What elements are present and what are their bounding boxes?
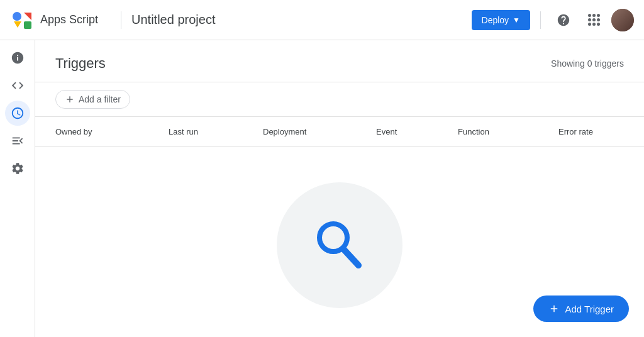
app-name-label: Apps Script xyxy=(40,13,98,26)
col-error-rate: Error rate xyxy=(558,122,640,141)
sidebar-item-executions[interactable] xyxy=(5,128,30,153)
project-name-label: Untitled project xyxy=(131,13,471,27)
body-layout: Triggers Showing 0 triggers Add a filter… xyxy=(0,40,644,337)
col-owned-by: Owned by xyxy=(55,122,169,141)
sidebar-item-overview[interactable] xyxy=(5,45,30,70)
showing-count: Showing 0 triggers xyxy=(551,58,624,69)
apps-grid-button[interactable] xyxy=(581,8,606,33)
header-divider-2 xyxy=(540,11,541,29)
code-icon xyxy=(11,79,25,92)
svg-line-4 xyxy=(343,249,358,265)
apps-grid-icon xyxy=(588,14,600,26)
user-avatar[interactable] xyxy=(611,9,634,31)
deploy-button[interactable]: Deploy ▼ xyxy=(472,10,530,30)
apps-script-logo-icon xyxy=(10,8,35,33)
table-header: Owned by Last run Deployment Event Funct… xyxy=(35,117,644,147)
add-filter-label: Add a filter xyxy=(79,94,121,104)
sidebar-item-settings[interactable] xyxy=(5,156,30,181)
clock-icon xyxy=(11,106,25,120)
plus-icon xyxy=(65,94,75,104)
col-deployment: Deployment xyxy=(263,122,376,141)
col-event: Event xyxy=(376,122,458,141)
main-content: Triggers Showing 0 triggers Add a filter… xyxy=(35,40,644,337)
sidebar-item-triggers[interactable] xyxy=(5,101,30,126)
deploy-label: Deploy xyxy=(482,15,509,25)
col-last-run: Last run xyxy=(169,122,263,141)
sidebar xyxy=(0,40,35,337)
header-divider xyxy=(121,11,121,29)
empty-state: Add Trigger xyxy=(35,147,644,337)
help-button[interactable] xyxy=(551,8,576,33)
logo-area: Apps Script xyxy=(10,8,98,33)
help-icon xyxy=(557,13,570,27)
settings-icon xyxy=(11,162,25,175)
add-trigger-button[interactable]: Add Trigger xyxy=(533,296,629,322)
avatar-image xyxy=(611,9,634,31)
add-trigger-label: Add Trigger xyxy=(565,304,614,314)
empty-state-circle xyxy=(277,182,402,308)
header-actions: Deploy ▼ xyxy=(472,8,634,33)
executions-icon xyxy=(11,134,25,148)
filter-bar: Add a filter xyxy=(35,82,644,117)
add-trigger-plus-icon xyxy=(548,303,560,314)
page-title: Triggers xyxy=(55,55,106,72)
deploy-dropdown-arrow-icon: ▼ xyxy=(513,16,520,25)
col-function: Function xyxy=(458,122,558,141)
info-icon xyxy=(11,51,25,65)
svg-point-1 xyxy=(13,12,21,21)
page-header: Triggers Showing 0 triggers xyxy=(35,40,644,82)
add-filter-button[interactable]: Add a filter xyxy=(55,90,130,109)
sidebar-item-editor[interactable] xyxy=(5,73,30,98)
search-icon xyxy=(308,214,371,277)
header: Apps Script Untitled project Deploy ▼ xyxy=(0,0,644,40)
svg-rect-2 xyxy=(24,21,31,29)
